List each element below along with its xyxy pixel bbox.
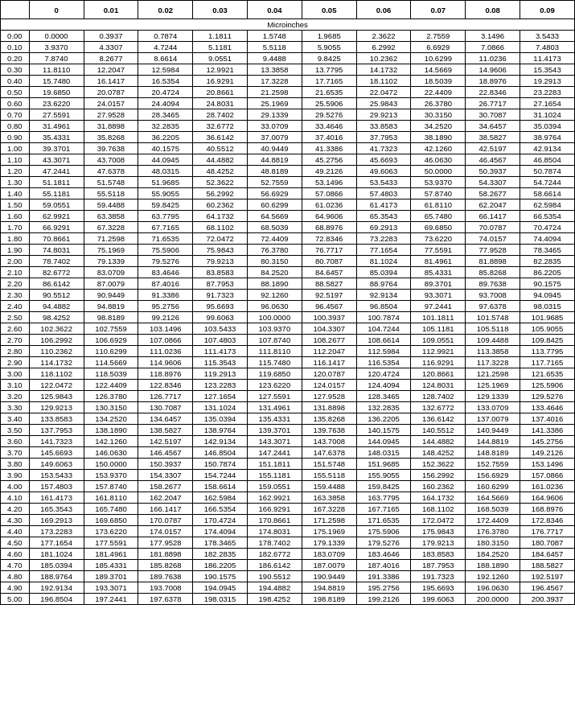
table-row: 4.40173.2283173.6220174.0157174.4094174.… [1,526,575,537]
cell-value: 178.3465 [193,537,248,549]
cell-value: 10.2362 [356,53,411,64]
row-label: 2.20 [1,278,30,290]
cell-value: 79.1339 [84,256,138,267]
cell-value: 22.4409 [411,87,466,98]
cell-value: 97.2441 [411,301,466,312]
cell-value: 154.7244 [193,470,248,481]
cell-value: 176.7717 [520,526,575,537]
cell-value: 44.8819 [247,154,302,166]
cell-value: 74.4094 [520,233,575,245]
table-row: 0.8031.496131.889832.283532.677233.07093… [1,121,575,132]
cell-value: 139.7638 [302,425,356,436]
cell-value: 37.0079 [247,132,302,143]
cell-value: 64.1732 [193,211,248,222]
row-label: 0.80 [1,121,30,132]
cell-value: 115.7480 [247,357,302,368]
cell-value: 119.6850 [247,368,302,380]
cell-value: 50.7874 [520,166,575,177]
cell-value: 25.9843 [356,98,411,109]
cell-value: 143.3071 [247,436,302,447]
cell-value: 91.3386 [138,290,193,301]
cell-value: 67.7165 [138,222,193,233]
cell-value: 53.9370 [411,177,466,188]
cell-value: 90.5512 [29,290,84,301]
cell-value: 124.8031 [411,380,466,391]
cell-value: 156.6929 [466,470,520,481]
cell-value: 40.5512 [193,143,248,154]
row-label: 2.00 [1,256,30,267]
cell-value: 163.7795 [356,492,411,504]
cell-value: 133.0709 [466,402,520,413]
cell-value: 122.4409 [84,380,138,391]
table-row: 4.10161.4173161.8110162.2047162.5984162.… [1,492,575,504]
cell-value: 106.6929 [84,335,138,346]
cell-value: 26.7717 [466,98,520,109]
cell-value: 25.5906 [302,98,356,109]
cell-value: 196.0630 [466,582,520,594]
row-label: 1.30 [1,177,30,188]
col-header-008: 0.08 [466,1,520,19]
cell-value: 123.2283 [193,380,248,391]
cell-value: 194.0945 [193,582,248,594]
cell-value: 60.2362 [193,199,248,211]
cell-value: 192.9134 [29,582,84,594]
cell-value: 71.6535 [138,233,193,245]
cell-value: 125.9843 [29,391,84,402]
table-row: 2.4094.488294.881995.275695.669396.06309… [1,301,575,312]
row-label: 3.50 [1,425,30,436]
cell-value: 194.4882 [247,582,302,594]
cell-value: 101.1811 [411,312,466,323]
table-row: 0.3011.811012.204712.598412.992113.38581… [1,64,575,76]
cell-value: 38.1890 [411,132,466,143]
cell-value: 11.8110 [29,64,84,76]
cell-value: 76.7717 [302,245,356,256]
cell-value: 13.3858 [247,64,302,76]
cell-value: 196.4567 [520,582,575,594]
table-row: 1.5059.055159.448859.842560.236260.62996… [1,199,575,211]
cell-value: 80.7087 [302,256,356,267]
cell-value: 118.5039 [84,368,138,380]
cell-value: 122.0472 [29,380,84,391]
cell-value: 120.8661 [411,368,466,380]
cell-value: 118.1102 [29,368,84,380]
cell-value: 109.8425 [520,335,575,346]
cell-value: 22.0472 [356,87,411,98]
col-header-002: 0.02 [138,1,193,19]
cell-value: 85.8268 [466,267,520,278]
cell-value: 8.6614 [138,53,193,64]
cell-value: 180.3150 [466,537,520,549]
cell-value: 54.7244 [520,177,575,188]
cell-value: 39.7638 [84,143,138,154]
cell-value: 46.0630 [411,154,466,166]
cell-value: 2.3622 [356,31,411,42]
cell-value: 12.5984 [138,64,193,76]
cell-value: 69.2913 [356,222,411,233]
cell-value: 89.3701 [411,278,466,290]
cell-value: 139.3701 [247,425,302,436]
cell-value: 192.1260 [466,571,520,582]
cell-value: 107.4803 [193,335,248,346]
cell-value: 7.0866 [466,42,520,53]
row-label: 0.60 [1,98,30,109]
cell-value: 149.2126 [520,447,575,459]
cell-value: 18.8976 [466,76,520,87]
row-label: 1.90 [1,245,30,256]
table-row: 4.00157.4803157.8740158.2677158.6614159.… [1,481,575,492]
cell-value: 136.6142 [411,413,466,425]
cell-value: 111.8110 [247,346,302,357]
row-label: 3.20 [1,391,30,402]
cell-value: 92.9134 [356,290,411,301]
cell-value: 92.1260 [247,290,302,301]
cell-value: 70.8661 [29,233,84,245]
table-row: 1.1043.307143.700844.094544.488244.88194… [1,154,575,166]
cell-value: 156.2992 [411,470,466,481]
cell-value: 122.8346 [138,380,193,391]
row-label: 4.90 [1,582,30,594]
cell-value: 58.6614 [520,188,575,199]
cell-value: 116.5354 [356,357,411,368]
cell-value: 61.0236 [302,199,356,211]
col-header-007: 0.07 [411,1,466,19]
cell-value: 59.0551 [29,199,84,211]
cell-value: 20.4724 [138,87,193,98]
cell-value: 181.4961 [84,549,138,560]
